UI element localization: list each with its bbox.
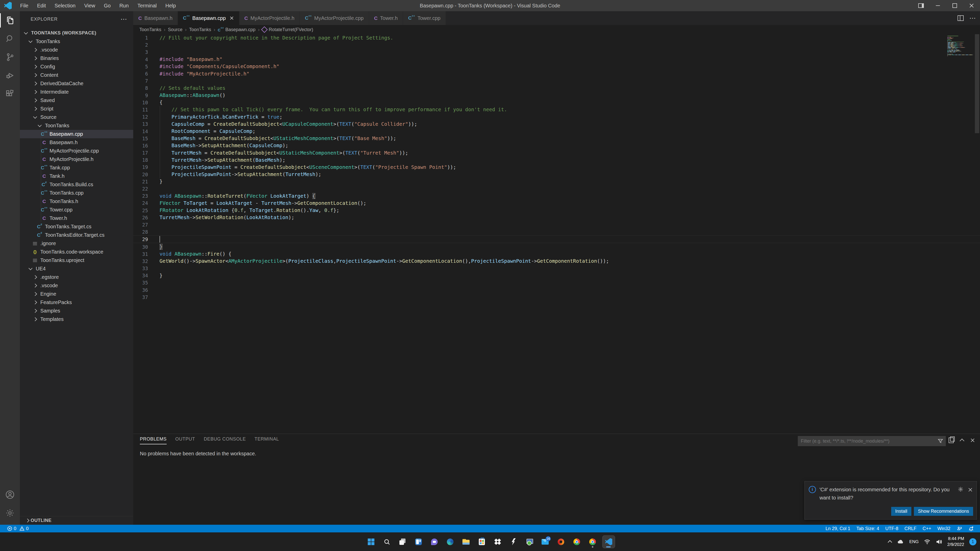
taskbar-red-browser-icon[interactable]	[555, 536, 567, 548]
tree-item-basepawn-h[interactable]: CBasepawn.h	[20, 138, 133, 147]
tree-item-toontanks[interactable]: ToonTanks	[20, 37, 133, 46]
close-panel-icon[interactable]	[970, 438, 975, 443]
tree-item--vscode[interactable]: .vscode	[20, 281, 133, 290]
tree-item-binaries[interactable]: Binaries	[20, 54, 133, 62]
activity-accounts-icon[interactable]	[0, 486, 20, 504]
tree-item-ue4[interactable]: UE4	[20, 265, 133, 273]
panel-tab-terminal[interactable]: TERMINAL	[255, 437, 279, 445]
menu-go[interactable]: Go	[100, 0, 115, 11]
tab-close-icon[interactable]	[229, 16, 234, 21]
status-ln-29-col-1[interactable]: Ln 29, Col 1	[822, 526, 853, 531]
taskbar-dropbox-icon[interactable]	[492, 536, 504, 548]
tree-item-source[interactable]: Source	[20, 113, 133, 121]
menu-selection[interactable]: Selection	[50, 0, 80, 11]
tree-item--egstore[interactable]: .egstore	[20, 273, 133, 281]
install-button[interactable]: Install	[891, 507, 912, 516]
status-win32[interactable]: Win32	[934, 526, 953, 531]
code-editor[interactable]: 1// Fill out your copyright notice in th…	[133, 34, 980, 433]
taskbar-mail-icon[interactable]: 16	[539, 536, 551, 548]
breadcrumb-item[interactable]: RotateTurret(FVector)	[262, 27, 313, 32]
breadcrumb-item[interactable]: Source	[168, 27, 183, 32]
notification-settings-icon[interactable]	[958, 486, 963, 493]
status-crlf[interactable]: CRLF	[901, 526, 920, 531]
taskbar-chat-icon[interactable]	[428, 536, 441, 548]
breadcrumb-item[interactable]: ToonTanks	[189, 27, 211, 32]
activity-explorer-icon[interactable]	[0, 11, 20, 30]
tray-overflow-icon[interactable]	[888, 540, 892, 545]
close-button[interactable]	[963, 0, 980, 11]
tree-item-myactorprojectile-cpp[interactable]: C++MyActorProjectile.cpp	[20, 147, 133, 155]
tree-item-toontanks-code-workspace[interactable]: {}ToonTanks.code-workspace	[20, 248, 133, 256]
menu-file[interactable]: File	[16, 0, 33, 11]
editor-scrollbar[interactable]	[975, 34, 979, 133]
activity-search-icon[interactable]	[0, 30, 20, 48]
taskbar-lightning-icon[interactable]	[508, 536, 520, 548]
wifi-icon[interactable]	[924, 539, 931, 545]
taskbar-store-icon[interactable]	[476, 536, 488, 548]
tree-item-myactorprojectile-h[interactable]: CMyActorProjectile.h	[20, 155, 133, 164]
taskbar-start-icon[interactable]	[365, 536, 377, 548]
taskbar-search-icon[interactable]	[381, 536, 393, 548]
breadcrumb-item[interactable]: C++Basepawn.cpp	[218, 27, 256, 32]
tab-tower-cpp[interactable]: C++Tower.cpp	[403, 11, 446, 25]
filter-input[interactable]	[798, 438, 938, 444]
tree-item-script[interactable]: Script	[20, 105, 133, 113]
onedrive-icon[interactable]	[897, 539, 904, 545]
status-c-[interactable]: C++	[920, 526, 934, 531]
tree-item-toontankseditor-target-cs[interactable]: C#ToonTanksEditor.Target.cs	[20, 231, 133, 239]
tree-item-saved[interactable]: Saved	[20, 96, 133, 105]
problems-status[interactable]: 0 0	[4, 526, 32, 531]
tab-basepawn-h[interactable]: CBasepawn.h	[133, 11, 178, 25]
tree-item-templates[interactable]: Templates	[20, 315, 133, 324]
tree-item-toontanks-cpp[interactable]: C++ToonTanks.cpp	[20, 189, 133, 197]
tree-item-deriveddatacache[interactable]: DerivedDataCache	[20, 79, 133, 88]
taskbar-chrome-2-icon[interactable]	[587, 536, 599, 548]
notifications-bell-icon[interactable]	[965, 526, 977, 531]
taskbar-edge-icon[interactable]	[444, 536, 456, 548]
tab-myactorprojectile-cpp[interactable]: C++MyActorProjectile.cpp	[300, 11, 369, 25]
notification-close-icon[interactable]	[968, 487, 973, 492]
notification-count-badge[interactable]: 1	[969, 538, 977, 545]
activity-run-debug-icon[interactable]	[0, 66, 20, 85]
layout-toggle-icon[interactable]	[913, 0, 929, 11]
maximize-button[interactable]	[946, 0, 963, 11]
tree-item--ignore[interactable]: .ignore	[20, 239, 133, 248]
tree-item-tower-h[interactable]: CTower.h	[20, 214, 133, 222]
taskbar-vscode-icon[interactable]	[602, 535, 615, 548]
taskbar-widgets-icon[interactable]	[412, 536, 425, 548]
tree-item-engine[interactable]: Engine	[20, 290, 133, 298]
tree-item-content[interactable]: Content	[20, 71, 133, 79]
open-in-editor-icon[interactable]	[948, 437, 954, 443]
menu-view[interactable]: View	[80, 0, 100, 11]
taskbar-task-view-icon[interactable]	[396, 536, 409, 548]
tree-item-tower-cpp[interactable]: C++Tower.cpp	[20, 206, 133, 214]
status-utf-8[interactable]: UTF-8	[882, 526, 901, 531]
menu-edit[interactable]: Edit	[33, 0, 50, 11]
tree-item-toontanks-target-cs[interactable]: C#ToonTanks.Target.cs	[20, 222, 133, 231]
taskbar-remote-desktop-icon[interactable]	[523, 536, 535, 548]
tree-item-toontanks-uproject[interactable]: ToonTanks.uproject	[20, 256, 133, 265]
status-tab-size-4[interactable]: Tab Size: 4	[853, 526, 882, 531]
clock[interactable]: 8:44 PM 2/9/2022	[947, 536, 964, 548]
tree-item-basepawn-cpp[interactable]: C++Basepawn.cpp	[20, 130, 133, 138]
explorer-more-actions-icon[interactable]: ⋯	[121, 15, 127, 23]
tree-item-featurepacks[interactable]: FeaturePacks	[20, 298, 133, 306]
tab-basepawn-cpp[interactable]: C++Basepawn.cpp	[178, 11, 239, 25]
menu-run[interactable]: Run	[115, 0, 133, 11]
tab-myactorprojectile-h[interactable]: CMyActorProjectile.h	[239, 11, 300, 25]
panel-tab-debug-console[interactable]: DEBUG CONSOLE	[204, 437, 246, 445]
tree-item-tank-h[interactable]: CTank.h	[20, 172, 133, 180]
volume-icon[interactable]	[935, 539, 942, 545]
tree-item-samples[interactable]: Samples	[20, 306, 133, 315]
feedback-icon[interactable]	[953, 526, 965, 531]
language-indicator[interactable]: ENG	[909, 539, 919, 545]
activity-source-control-icon[interactable]	[0, 48, 20, 66]
tree-item-toontanks[interactable]: ToonTanks	[20, 121, 133, 130]
tree-item-config[interactable]: Config	[20, 62, 133, 71]
menu-help[interactable]: Help	[161, 0, 180, 11]
activity-extensions-icon[interactable]	[0, 85, 20, 103]
menu-terminal[interactable]: Terminal	[133, 0, 161, 11]
activity-settings-icon[interactable]	[0, 504, 20, 522]
tab-tower-h[interactable]: CTower.h	[369, 11, 403, 25]
tree-item-toontanks-h[interactable]: CToonTanks.h	[20, 197, 133, 206]
